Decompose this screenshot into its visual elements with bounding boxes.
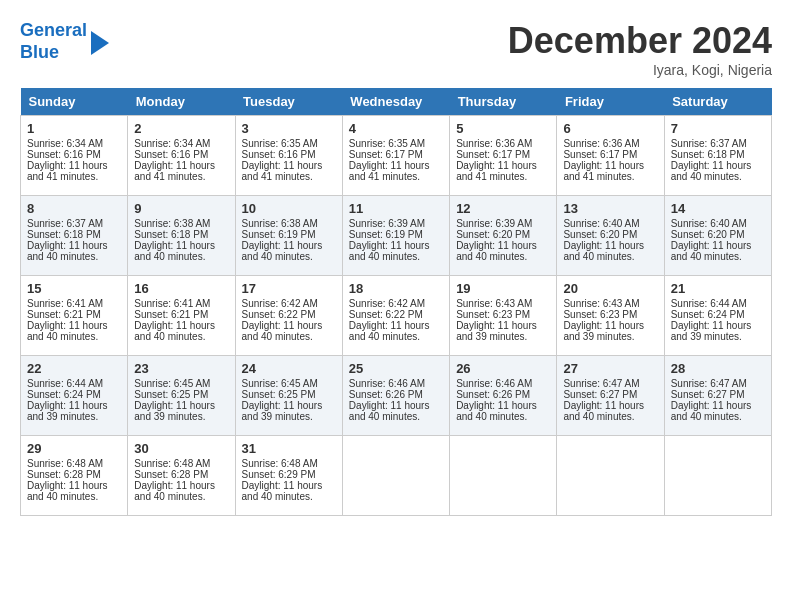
calendar-week-5: 29 Sunrise: 6:48 AM Sunset: 6:28 PM Dayl… [21, 436, 772, 516]
sunrise-label: Sunrise: 6:43 AM [456, 298, 532, 309]
day-number: 19 [456, 281, 550, 296]
day-number: 22 [27, 361, 121, 376]
calendar-cell [664, 436, 771, 516]
sunrise-label: Sunrise: 6:38 AM [242, 218, 318, 229]
day-number: 16 [134, 281, 228, 296]
daylight-label: Daylight: 11 hours and 40 minutes. [671, 400, 752, 422]
day-number: 9 [134, 201, 228, 216]
daylight-label: Daylight: 11 hours and 40 minutes. [27, 480, 108, 502]
daylight-label: Daylight: 11 hours and 39 minutes. [242, 400, 323, 422]
sunset-label: Sunset: 6:22 PM [349, 309, 423, 320]
calendar-week-2: 8 Sunrise: 6:37 AM Sunset: 6:18 PM Dayli… [21, 196, 772, 276]
sunset-label: Sunset: 6:18 PM [671, 149, 745, 160]
title-area: December 2024 Iyara, Kogi, Nigeria [508, 20, 772, 78]
day-number: 8 [27, 201, 121, 216]
daylight-label: Daylight: 11 hours and 40 minutes. [134, 480, 215, 502]
sunrise-label: Sunrise: 6:41 AM [27, 298, 103, 309]
daylight-label: Daylight: 11 hours and 41 minutes. [134, 160, 215, 182]
col-monday: Monday [128, 88, 235, 116]
sunrise-label: Sunrise: 6:39 AM [349, 218, 425, 229]
sunset-label: Sunset: 6:20 PM [563, 229, 637, 240]
sunset-label: Sunset: 6:16 PM [242, 149, 316, 160]
calendar-cell: 8 Sunrise: 6:37 AM Sunset: 6:18 PM Dayli… [21, 196, 128, 276]
calendar-cell [557, 436, 664, 516]
sunset-label: Sunset: 6:26 PM [349, 389, 423, 400]
sunrise-label: Sunrise: 6:45 AM [242, 378, 318, 389]
daylight-label: Daylight: 11 hours and 41 minutes. [349, 160, 430, 182]
sunrise-label: Sunrise: 6:40 AM [563, 218, 639, 229]
sunset-label: Sunset: 6:29 PM [242, 469, 316, 480]
day-number: 15 [27, 281, 121, 296]
sunrise-label: Sunrise: 6:43 AM [563, 298, 639, 309]
day-number: 5 [456, 121, 550, 136]
day-number: 7 [671, 121, 765, 136]
daylight-label: Daylight: 11 hours and 40 minutes. [242, 320, 323, 342]
calendar-cell: 17 Sunrise: 6:42 AM Sunset: 6:22 PM Dayl… [235, 276, 342, 356]
calendar-cell: 10 Sunrise: 6:38 AM Sunset: 6:19 PM Dayl… [235, 196, 342, 276]
day-number: 27 [563, 361, 657, 376]
day-number: 13 [563, 201, 657, 216]
day-number: 20 [563, 281, 657, 296]
calendar-cell: 29 Sunrise: 6:48 AM Sunset: 6:28 PM Dayl… [21, 436, 128, 516]
sunset-label: Sunset: 6:28 PM [134, 469, 208, 480]
sunset-label: Sunset: 6:20 PM [671, 229, 745, 240]
sunset-label: Sunset: 6:21 PM [27, 309, 101, 320]
page-header: GeneralBlue December 2024 Iyara, Kogi, N… [20, 20, 772, 78]
day-number: 14 [671, 201, 765, 216]
sunset-label: Sunset: 6:21 PM [134, 309, 208, 320]
sunrise-label: Sunrise: 6:36 AM [563, 138, 639, 149]
sunset-label: Sunset: 6:23 PM [456, 309, 530, 320]
sunrise-label: Sunrise: 6:34 AM [134, 138, 210, 149]
day-number: 29 [27, 441, 121, 456]
logo-text: GeneralBlue [20, 20, 87, 63]
day-number: 3 [242, 121, 336, 136]
calendar-cell: 26 Sunrise: 6:46 AM Sunset: 6:26 PM Dayl… [450, 356, 557, 436]
sunrise-label: Sunrise: 6:41 AM [134, 298, 210, 309]
daylight-label: Daylight: 11 hours and 40 minutes. [349, 320, 430, 342]
sunrise-label: Sunrise: 6:42 AM [242, 298, 318, 309]
calendar-cell: 6 Sunrise: 6:36 AM Sunset: 6:17 PM Dayli… [557, 116, 664, 196]
sunrise-label: Sunrise: 6:44 AM [27, 378, 103, 389]
sunrise-label: Sunrise: 6:35 AM [242, 138, 318, 149]
calendar-cell: 21 Sunrise: 6:44 AM Sunset: 6:24 PM Dayl… [664, 276, 771, 356]
day-number: 10 [242, 201, 336, 216]
calendar-cell [342, 436, 449, 516]
calendar-cell: 15 Sunrise: 6:41 AM Sunset: 6:21 PM Dayl… [21, 276, 128, 356]
col-friday: Friday [557, 88, 664, 116]
daylight-label: Daylight: 11 hours and 40 minutes. [671, 160, 752, 182]
day-number: 6 [563, 121, 657, 136]
calendar-cell [450, 436, 557, 516]
daylight-label: Daylight: 11 hours and 39 minutes. [27, 400, 108, 422]
calendar-cell: 12 Sunrise: 6:39 AM Sunset: 6:20 PM Dayl… [450, 196, 557, 276]
sunset-label: Sunset: 6:16 PM [27, 149, 101, 160]
sunrise-label: Sunrise: 6:37 AM [671, 138, 747, 149]
sunset-label: Sunset: 6:24 PM [27, 389, 101, 400]
sunset-label: Sunset: 6:27 PM [563, 389, 637, 400]
daylight-label: Daylight: 11 hours and 40 minutes. [563, 240, 644, 262]
sunset-label: Sunset: 6:19 PM [242, 229, 316, 240]
day-number: 11 [349, 201, 443, 216]
calendar-cell: 1 Sunrise: 6:34 AM Sunset: 6:16 PM Dayli… [21, 116, 128, 196]
daylight-label: Daylight: 11 hours and 41 minutes. [563, 160, 644, 182]
calendar-cell: 23 Sunrise: 6:45 AM Sunset: 6:25 PM Dayl… [128, 356, 235, 436]
daylight-label: Daylight: 11 hours and 40 minutes. [349, 240, 430, 262]
sunrise-label: Sunrise: 6:40 AM [671, 218, 747, 229]
calendar-week-3: 15 Sunrise: 6:41 AM Sunset: 6:21 PM Dayl… [21, 276, 772, 356]
sunrise-label: Sunrise: 6:46 AM [349, 378, 425, 389]
day-number: 2 [134, 121, 228, 136]
sunrise-label: Sunrise: 6:39 AM [456, 218, 532, 229]
sunset-label: Sunset: 6:26 PM [456, 389, 530, 400]
col-saturday: Saturday [664, 88, 771, 116]
daylight-label: Daylight: 11 hours and 40 minutes. [27, 320, 108, 342]
sunset-label: Sunset: 6:27 PM [671, 389, 745, 400]
calendar-cell: 5 Sunrise: 6:36 AM Sunset: 6:17 PM Dayli… [450, 116, 557, 196]
day-number: 12 [456, 201, 550, 216]
daylight-label: Daylight: 11 hours and 39 minutes. [134, 400, 215, 422]
calendar-cell: 27 Sunrise: 6:47 AM Sunset: 6:27 PM Dayl… [557, 356, 664, 436]
day-number: 26 [456, 361, 550, 376]
logo: GeneralBlue [20, 20, 109, 63]
calendar-cell: 14 Sunrise: 6:40 AM Sunset: 6:20 PM Dayl… [664, 196, 771, 276]
daylight-label: Daylight: 11 hours and 41 minutes. [242, 160, 323, 182]
calendar-cell: 9 Sunrise: 6:38 AM Sunset: 6:18 PM Dayli… [128, 196, 235, 276]
daylight-label: Daylight: 11 hours and 40 minutes. [349, 400, 430, 422]
